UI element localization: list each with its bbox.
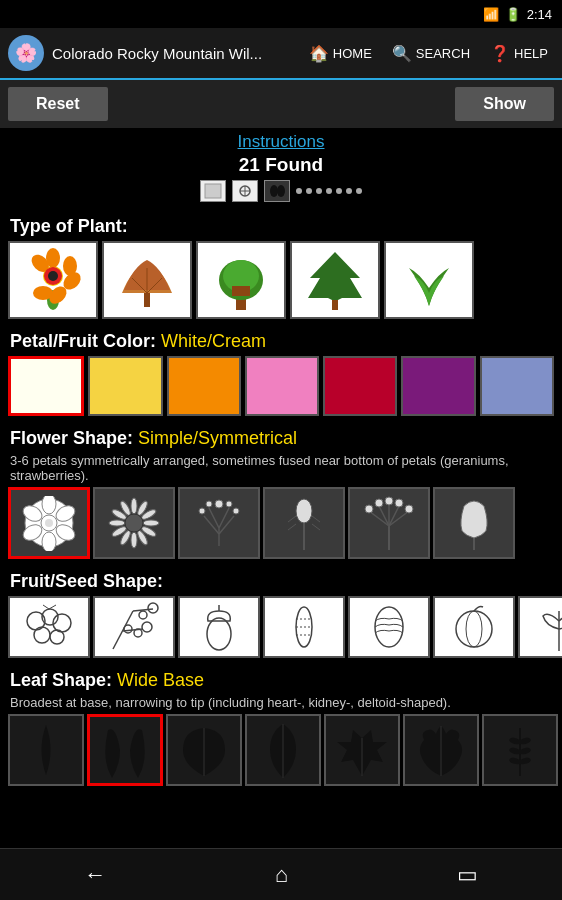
svg-rect-23 <box>232 286 250 296</box>
petal-color-sublabel: White/Cream <box>161 331 266 351</box>
plant-type-fern[interactable] <box>384 241 474 319</box>
svg-point-12 <box>63 256 77 276</box>
svg-point-35 <box>131 498 137 514</box>
svg-point-53 <box>215 500 223 508</box>
color-blue[interactable] <box>480 356 554 416</box>
leaf-wide-base-double[interactable] <box>87 714 163 786</box>
fruit-acorn[interactable] <box>178 596 260 658</box>
recent-button[interactable]: ▭ <box>437 854 498 896</box>
flower-simple[interactable] <box>8 487 90 559</box>
svg-point-59 <box>296 499 312 523</box>
home-button[interactable]: 🏠 HOME <box>303 40 378 67</box>
color-white[interactable] <box>8 356 84 416</box>
svg-point-41 <box>131 532 137 548</box>
instructions-area: Instructions 21 Found <box>0 128 562 210</box>
home-icon: 🏠 <box>309 44 329 63</box>
show-button[interactable]: Show <box>455 87 554 121</box>
fruit-winged[interactable] <box>518 596 562 658</box>
fruit-cone[interactable] <box>348 596 430 658</box>
fruit-berry-branch[interactable] <box>93 596 175 658</box>
filter-icons-row <box>0 176 562 208</box>
leaf-narrow[interactable] <box>8 714 84 786</box>
flower-umbel[interactable] <box>348 487 430 559</box>
plant-type-shrub[interactable] <box>102 241 192 319</box>
battery-icon: 🔋 <box>505 7 521 22</box>
color-red[interactable] <box>323 356 397 416</box>
filter-icon-outline[interactable] <box>232 180 258 202</box>
filter-icon-solid[interactable] <box>200 180 226 202</box>
svg-point-89 <box>124 625 132 633</box>
svg-line-51 <box>209 508 219 528</box>
color-yellow[interactable] <box>88 356 162 416</box>
flower-daisy[interactable] <box>93 487 175 559</box>
fruit-berry-cluster[interactable] <box>8 596 90 658</box>
svg-point-91 <box>207 618 231 650</box>
wifi-icon: 📶 <box>483 7 499 22</box>
search-label: SEARCH <box>416 46 470 61</box>
svg-point-54 <box>206 501 212 507</box>
svg-point-44 <box>109 520 125 526</box>
fruit-shape-label: Fruit/Seed Shape: <box>0 565 562 596</box>
plant-type-tree[interactable] <box>196 241 286 319</box>
leaf-round[interactable] <box>166 714 242 786</box>
svg-line-60 <box>288 516 296 522</box>
svg-point-56 <box>199 508 205 514</box>
svg-point-87 <box>148 603 158 613</box>
leaf-shape-label: Leaf Shape: Wide Base <box>0 664 562 695</box>
status-bar: 📶 🔋 2:14 <box>0 0 562 28</box>
svg-point-74 <box>405 505 413 513</box>
color-purple[interactable] <box>401 356 475 416</box>
svg-point-98 <box>456 611 492 647</box>
home-label: HOME <box>333 46 372 61</box>
search-icon: 🔍 <box>392 44 412 63</box>
leaf-narrow-oval[interactable] <box>245 714 321 786</box>
svg-point-71 <box>375 499 383 507</box>
svg-line-63 <box>312 524 320 530</box>
filter-icon-black[interactable] <box>264 180 290 202</box>
app-title: Colorado Rocky Mountain Wil... <box>52 45 295 62</box>
plant-type-grid <box>0 241 562 325</box>
search-button[interactable]: 🔍 SEARCH <box>386 40 476 67</box>
flower-shape-label: Flower Shape: Simple/Symmetrical <box>0 422 562 453</box>
plant-type-pine[interactable] <box>290 241 380 319</box>
svg-point-38 <box>143 520 159 526</box>
svg-marker-25 <box>308 252 362 300</box>
svg-rect-0 <box>205 184 221 198</box>
fruit-pod[interactable] <box>263 596 345 658</box>
flower-shape-sublabel: Simple/Symmetrical <box>138 428 297 448</box>
fruit-round[interactable] <box>433 596 515 658</box>
leaf-shape-sublabel: Wide Base <box>117 670 204 690</box>
svg-point-97 <box>375 607 403 647</box>
color-grid <box>0 356 562 422</box>
color-orange[interactable] <box>167 356 241 416</box>
svg-point-15 <box>48 271 58 281</box>
home-nav-button[interactable]: ⌂ <box>255 854 308 896</box>
leaf-maple[interactable] <box>324 714 400 786</box>
help-button[interactable]: ❓ HELP <box>484 40 554 67</box>
flower-bell[interactable] <box>433 487 515 559</box>
flower-cluster[interactable] <box>178 487 260 559</box>
svg-point-47 <box>125 514 143 532</box>
leaf-lobed[interactable] <box>403 714 479 786</box>
plant-type-label: Type of Plant: <box>0 210 562 241</box>
fruit-shape-grid <box>0 596 562 664</box>
leaf-compound[interactable] <box>482 714 558 786</box>
svg-point-99 <box>466 611 482 647</box>
toolbar: Reset Show <box>0 80 562 128</box>
plant-type-flower[interactable] <box>8 241 98 319</box>
nav-bar: 🌸 Colorado Rocky Mountain Wil... 🏠 HOME … <box>0 28 562 80</box>
flower-shape-grid <box>0 487 562 565</box>
svg-rect-24 <box>332 300 338 310</box>
bottom-nav: ← ⌂ ▭ <box>0 848 562 900</box>
reset-button[interactable]: Reset <box>8 87 108 121</box>
flower-spike[interactable] <box>263 487 345 559</box>
instructions-link[interactable]: Instructions <box>0 132 562 152</box>
time-display: 2:14 <box>527 7 552 22</box>
svg-point-34 <box>45 519 53 527</box>
svg-point-27 <box>42 496 56 514</box>
svg-point-30 <box>42 532 56 551</box>
svg-point-80 <box>50 630 64 644</box>
found-count: 21 Found <box>0 154 562 176</box>
back-button[interactable]: ← <box>64 854 126 896</box>
color-pink[interactable] <box>245 356 319 416</box>
